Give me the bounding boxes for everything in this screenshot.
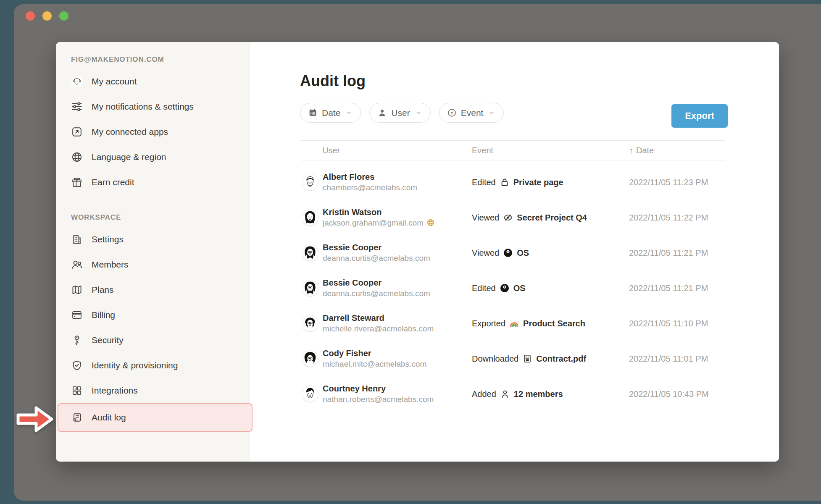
column-header-date[interactable]: ↑Date [629, 146, 725, 155]
event-object: OS [517, 248, 529, 258]
people-icon [71, 259, 83, 270]
eye-off-icon [503, 213, 513, 223]
document-icon [522, 354, 532, 364]
table-body: Albert Flores chambers@acmelabs.com Edit… [301, 160, 725, 412]
user-email: deanna.curtis@acmelabs.com [323, 288, 430, 299]
sidebar-item[interactable]: My notifications & settings [71, 94, 239, 119]
filter-pill[interactable]: User [369, 103, 430, 123]
globe-badge-icon [426, 218, 435, 227]
sidebar-item-label: My account [92, 76, 137, 87]
key-icon [71, 334, 83, 346]
sidebar-item[interactable]: Security [71, 328, 239, 353]
scroll-icon [71, 412, 83, 423]
user-cell: Kristin Watson jackson.graham@gmail.com [301, 207, 472, 228]
eight-ball-icon: 8 [500, 283, 510, 293]
workspace-nav: Settings Members Plans Billing Security … [71, 227, 239, 432]
sidebar-item-label: Earn credit [92, 177, 134, 187]
user-cell: Darrell Steward michelle.rivera@acmelabs… [301, 313, 472, 334]
sidebar-item-label: Settings [92, 234, 124, 244]
event-date: 2022/11/05 11:22 PM [629, 213, 725, 223]
filter-pill[interactable]: Date [300, 103, 361, 123]
event-date: 2022/11/05 11:10 PM [629, 319, 725, 328]
audit-log-row: Darrell Steward michelle.rivera@acmelabs… [301, 306, 725, 341]
person-filled-icon [377, 108, 387, 118]
user-cell: Bessie Cooper deanna.curtis@acmelabs.com [301, 242, 472, 264]
event-verb: Viewed [472, 248, 499, 258]
user-name: Kristin Watson [323, 207, 435, 218]
building-icon [71, 234, 83, 245]
sidebar-item[interactable]: Members [71, 252, 239, 277]
sidebar-item[interactable]: Billing [71, 302, 239, 328]
filter-pill[interactable]: Event [439, 103, 504, 123]
minimize-window-button[interactable] [42, 11, 52, 21]
user-cell: Bessie Cooper deanna.curtis@acmelabs.com [301, 278, 472, 299]
user-email: nathan.roberts@acmelabs.com [323, 394, 434, 405]
event-verb: Viewed [472, 213, 499, 223]
event-object: Product Search [523, 319, 585, 328]
export-button[interactable]: Export [671, 104, 728, 128]
event-verb: Edited [472, 284, 496, 293]
rainbow-icon [509, 318, 519, 328]
sort-ascending-icon: ↑ [629, 146, 633, 155]
page-title: Audit log [300, 72, 366, 90]
sidebar-item-label: Billing [92, 310, 115, 320]
audit-log-row: Courtney Henry nathan.roberts@acmelabs.c… [301, 376, 725, 412]
event-object: Secret Project Q4 [517, 213, 587, 223]
audit-log-row: Bessie Cooper deanna.curtis@acmelabs.com… [301, 235, 725, 270]
account-section-label: FIG@MAKENOTION.COM [71, 55, 239, 65]
desktop: FIG@MAKENOTION.COM My account My notific… [0, 0, 821, 504]
user-email: deanna.curtis@acmelabs.com [323, 253, 430, 264]
arrow-up-right-icon [71, 126, 83, 138]
user-email: chambers@acmelabs.com [323, 182, 417, 193]
user-cell: Cody Fisher michael.mitc@acmelabs.com [301, 348, 472, 370]
table-header: User Event ↑Date [301, 140, 725, 160]
user-name: Bessie Cooper [323, 242, 430, 253]
globe-icon [71, 151, 83, 163]
calendar-icon [308, 108, 318, 118]
user-email: michael.mitc@acmelabs.com [323, 359, 426, 370]
sidebar-item-label: My connected apps [92, 127, 168, 137]
shield-check-icon [71, 360, 83, 371]
sidebar-item-label: Audit log [92, 412, 126, 423]
event-object: Private page [513, 178, 563, 187]
chevron-down-icon [489, 110, 495, 116]
sidebar-item-label: Members [92, 260, 129, 270]
avatar [302, 210, 318, 226]
avatar [302, 174, 318, 190]
sidebar-item[interactable]: Settings [71, 227, 239, 252]
chevron-down-icon [416, 110, 422, 116]
sidebar-item[interactable]: My connected apps [71, 119, 239, 144]
user-email: michelle.rivera@acmelabs.com [323, 323, 434, 334]
workspace-section-label: WORKSPACE [71, 213, 239, 223]
member-icon [500, 389, 510, 399]
audit-log-row: Albert Flores chambers@acmelabs.com Edit… [301, 165, 725, 200]
sidebar-item[interactable]: Identity & provisioning [71, 353, 239, 378]
avatar [302, 351, 318, 367]
sidebar-item-label: Language & region [92, 152, 166, 162]
dog-avatar-icon [71, 76, 83, 87]
settings-modal: FIG@MAKENOTION.COM My account My notific… [56, 42, 779, 462]
event-date: 2022/11/05 11:21 PM [629, 284, 725, 293]
sidebar-item-label: Integrations [92, 386, 138, 396]
sidebar-item[interactable]: Earn credit [71, 170, 239, 195]
event-cell: Viewed 8 OS [472, 248, 629, 258]
event-verb: Downloaded [472, 354, 518, 364]
user-email: jackson.graham@gmail.com [323, 218, 435, 228]
close-window-button[interactable] [26, 11, 35, 21]
zoom-window-button[interactable] [59, 11, 68, 21]
user-cell: Albert Flores chambers@acmelabs.com [301, 172, 472, 193]
sidebar-item[interactable]: Audit log [58, 403, 253, 432]
grid-icon [71, 385, 83, 396]
event-cell: Added 12 members [472, 389, 629, 399]
sidebar-item[interactable]: My account [71, 69, 239, 94]
audit-log-row: Cody Fisher michael.mitc@acmelabs.com Do… [301, 341, 725, 376]
filter-bar: Date User Event [300, 103, 512, 123]
sidebar-item[interactable]: Language & region [71, 144, 239, 170]
account-nav: My account My notifications & settings M… [71, 69, 239, 195]
sidebar-item[interactable]: Plans [71, 277, 239, 302]
filter-label: Date [322, 108, 340, 118]
map-icon [71, 284, 83, 296]
sidebar-item[interactable]: Integrations [71, 378, 239, 403]
svg-text:8: 8 [508, 250, 509, 253]
event-verb: Added [472, 389, 496, 399]
